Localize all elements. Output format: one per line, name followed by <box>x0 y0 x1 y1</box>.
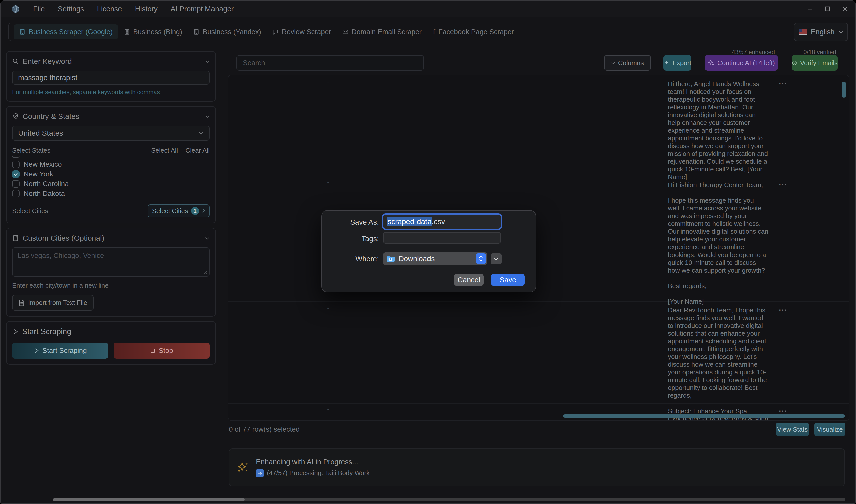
downloads-folder-icon <box>386 255 395 262</box>
close-icon[interactable] <box>842 5 849 12</box>
empty-cell: - <box>327 178 337 186</box>
chat-bubble-icon <box>272 29 279 35</box>
resize-handle[interactable] <box>203 270 208 274</box>
verify-emails-label: Verify Emails <box>800 59 838 67</box>
state-row-north-dakota[interactable]: North Dakota <box>12 189 210 198</box>
visualize-button[interactable]: Visualize <box>815 423 845 436</box>
clear-all-link[interactable]: Clear All <box>185 147 210 155</box>
states-header-row: Select States Select All Clear All <box>12 147 210 155</box>
menu-license[interactable]: License <box>97 5 122 13</box>
tags-label: Tags: <box>322 235 379 243</box>
window-scrollbar-thumb[interactable] <box>53 498 245 502</box>
window-controls <box>807 5 849 12</box>
export-button[interactable]: Export <box>663 55 691 71</box>
country-card-header[interactable]: Country & States <box>12 112 210 121</box>
keyword-input[interactable] <box>12 71 210 85</box>
where-label: Where: <box>322 255 379 263</box>
menu-settings[interactable]: Settings <box>58 5 84 13</box>
message-cell[interactable]: Hi there, Angel Hands Wellness team! I n… <box>664 77 844 181</box>
maximize-icon[interactable] <box>824 5 831 12</box>
stop-button-label: Stop <box>159 347 173 355</box>
select-cities-button-label: Select Cities <box>152 207 189 215</box>
cancel-button[interactable]: Cancel <box>454 274 484 286</box>
state-row-clipped[interactable] <box>12 156 210 159</box>
ai-status-title: Enhancing with AI in Progress... <box>256 458 370 466</box>
state-row-new-mexico[interactable]: New Mexico <box>12 159 210 169</box>
custom-cities-textarea[interactable] <box>12 248 210 276</box>
tab-domain-email-scraper[interactable]: Domain Email Scraper <box>337 24 427 39</box>
empty-cell: - <box>327 304 337 312</box>
custom-cities-header[interactable]: Custom Cities (Optional) <box>12 234 210 242</box>
ellipsis-menu-icon[interactable]: ... <box>779 405 787 413</box>
start-scraping-button[interactable]: Start Scraping <box>12 343 108 359</box>
verified-count: 0/18 verified <box>803 49 836 56</box>
search-input[interactable] <box>236 55 424 71</box>
message-text: Subject: Enhance Your Spa Experience at … <box>668 408 768 421</box>
horizontal-scrollbar-thumb[interactable] <box>563 414 845 418</box>
expand-dialog-button[interactable] <box>491 253 502 264</box>
tab-business-yandex[interactable]: Business (Yandex) <box>188 24 267 39</box>
state-row-new-york[interactable]: New York <box>12 169 210 179</box>
tab-label: Business (Yandex) <box>203 28 261 36</box>
building-icon <box>19 29 25 35</box>
building-icon <box>124 29 130 35</box>
ellipsis-menu-icon[interactable]: ... <box>779 179 787 187</box>
country-states-card: Country & States United States Select St… <box>6 106 216 223</box>
start-scraping-card: Start Scraping Start Scraping Stop <box>6 321 216 365</box>
tags-input[interactable] <box>383 232 501 244</box>
start-button-label: Start Scraping <box>42 347 87 355</box>
checkbox-unchecked[interactable] <box>12 190 19 197</box>
building-icon <box>193 29 200 35</box>
message-cell[interactable]: Dear ReviTouch Team, I hope this message… <box>664 303 844 399</box>
play-icon <box>33 347 39 354</box>
language-label: English <box>811 28 835 36</box>
message-cell[interactable]: Hi Fishion Therapy Center Team, I hope t… <box>664 178 844 305</box>
save-dialog: Save As: scraped-data.csv Tags: Where: D… <box>321 210 536 292</box>
ellipsis-menu-icon[interactable]: ... <box>779 304 787 312</box>
vertical-scrollbar-thumb[interactable] <box>842 82 846 97</box>
keyword-card-header[interactable]: Enter Keyword <box>12 57 210 66</box>
start-scraping-header: Start Scraping <box>12 327 210 336</box>
checkbox-unchecked[interactable] <box>12 161 19 168</box>
tab-review-scraper[interactable]: Review Scraper <box>267 24 337 39</box>
columns-button[interactable]: Columns <box>604 55 651 71</box>
minimize-icon[interactable] <box>807 5 814 12</box>
tab-facebook-page-scraper[interactable]: f Facebook Page Scraper <box>427 24 519 39</box>
save-button[interactable]: Save <box>491 274 524 286</box>
row-separator <box>228 403 849 404</box>
stepper-icon[interactable] <box>476 253 486 264</box>
view-stats-button[interactable]: View Stats <box>776 423 809 436</box>
select-cities-label: Select Cities <box>12 207 48 215</box>
country-select[interactable]: United States <box>12 126 210 141</box>
tab-business-scraper-google[interactable]: Business Scraper (Google) <box>14 24 118 39</box>
language-selector[interactable]: English <box>794 22 848 41</box>
state-label: North Carolina <box>23 180 69 188</box>
app-window: File Settings License History AI Prompt … <box>0 0 856 504</box>
checkbox-unchecked[interactable] <box>12 180 19 188</box>
stop-icon <box>150 348 156 353</box>
select-all-link[interactable]: Select All <box>151 147 178 155</box>
import-text-file-button[interactable]: Import from Text File <box>12 295 94 310</box>
message-cell[interactable]: Subject: Enhance Your Spa Experience at … <box>664 404 844 421</box>
tab-business-bing[interactable]: Business (Bing) <box>118 24 188 39</box>
select-cities-button[interactable]: Select Cities 1 <box>148 204 210 217</box>
ellipsis-menu-icon[interactable]: ... <box>779 77 787 86</box>
save-as-input[interactable]: scraped-data.csv <box>383 215 501 229</box>
chevron-down-icon <box>205 115 210 118</box>
menu-history[interactable]: History <box>135 5 158 13</box>
state-row-north-carolina[interactable]: North Carolina <box>12 179 210 189</box>
menu-file[interactable]: File <box>33 5 45 13</box>
stop-button[interactable]: Stop <box>114 343 210 359</box>
window-horizontal-scrollbar[interactable] <box>53 498 845 502</box>
select-states-label: Select States <box>12 147 50 155</box>
building-icon <box>12 235 19 242</box>
export-button-label: Export <box>672 59 691 67</box>
chevron-down-icon <box>205 237 210 240</box>
menu-ai-prompt-manager[interactable]: AI Prompt Manager <box>171 5 233 13</box>
continue-ai-button[interactable]: Continue AI (14 left) <box>705 55 778 71</box>
ai-status-card: Enhancing with AI in Progress... ➔ (47/5… <box>229 448 845 486</box>
verify-emails-button[interactable]: Verify Emails <box>792 55 838 71</box>
where-select[interactable]: Downloads <box>383 252 487 265</box>
checkbox-checked[interactable] <box>12 170 19 178</box>
country-value: United States <box>18 129 63 138</box>
